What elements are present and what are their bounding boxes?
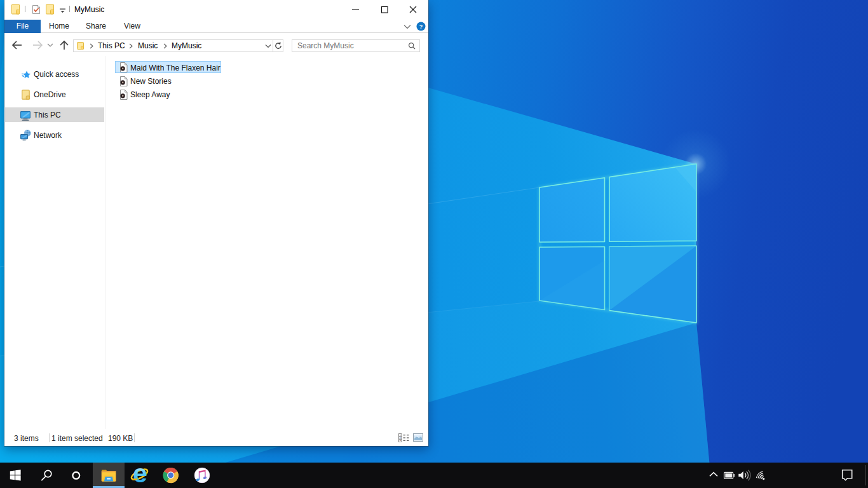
svg-text:e: e (133, 463, 147, 488)
svg-text:?: ? (419, 24, 423, 30)
